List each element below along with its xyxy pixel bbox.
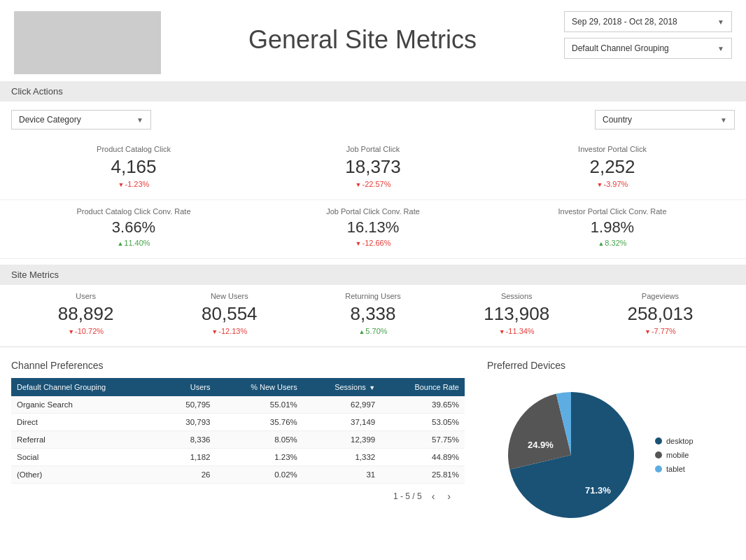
table-cell: 1,182 <box>162 449 216 466</box>
metric-label: Returning Users <box>301 292 444 300</box>
metric-item: Users 88,892 ▼-10.72% <box>14 292 157 335</box>
metric-label: Product Catalog Click Conv. Rate <box>14 207 253 216</box>
legend-item-mobile: mobile <box>655 451 694 459</box>
site-metrics-section-header: Site Metrics <box>0 265 746 285</box>
metric-item: Investor Portal Click Conv. Rate 1.98% ▲… <box>493 207 732 247</box>
table-cell: 57.75% <box>381 431 465 449</box>
down-arrow-icon: ▼ <box>645 328 651 335</box>
metric-change: ▲11.40% <box>14 239 253 247</box>
metric-change: ▼-22.57% <box>253 180 493 188</box>
device-category-label: Device Category <box>19 115 81 125</box>
up-arrow-icon: ▲ <box>358 328 365 335</box>
metric-label: Investor Portal Click <box>493 145 732 153</box>
table-cell: 8.05% <box>216 431 302 449</box>
bottom-panels: Channel Preferences Default Channel Grou… <box>0 353 746 539</box>
metric-change: ▲5.70% <box>301 327 444 335</box>
down-arrow-icon: ▼ <box>118 181 125 188</box>
header-controls: Sep 29, 2018 - Oct 28, 2018 ▼ Default Ch… <box>564 11 732 59</box>
down-arrow-icon: ▼ <box>499 328 505 335</box>
table-cell: 50,795 <box>162 396 216 414</box>
down-arrow-icon: ▼ <box>211 328 218 335</box>
table-cell: 26 <box>162 466 216 484</box>
table-cell: 62,997 <box>303 396 381 414</box>
country-dropdown-arrow: ▼ <box>720 116 727 124</box>
metric-change: ▼-1.23% <box>14 180 253 188</box>
down-arrow-icon: ▼ <box>68 328 74 335</box>
country-label: Country <box>603 115 632 125</box>
date-range-dropdown[interactable]: Sep 29, 2018 - Oct 28, 2018 ▼ <box>564 11 732 32</box>
table-cell: 31 <box>303 466 381 484</box>
table-cell: Referral <box>11 431 162 449</box>
table-cell: 25.81% <box>381 466 465 484</box>
date-range-label: Sep 29, 2018 - Oct 28, 2018 <box>572 17 677 27</box>
table-cell: 1.23% <box>216 449 302 466</box>
metric-change: ▲8.32% <box>493 239 732 247</box>
metric-label: Sessions <box>445 292 589 300</box>
up-arrow-icon: ▲ <box>117 240 123 247</box>
table-cell: 30,793 <box>162 414 216 431</box>
metric-label: Investor Portal Click Conv. Rate <box>493 207 732 216</box>
table-row: (Other)260.02%3125.81% <box>11 466 465 484</box>
metric-value: 8,338 <box>301 303 444 325</box>
sort-icon[interactable]: ▼ <box>367 384 375 391</box>
table-column-header: % New Users <box>216 378 302 396</box>
table-row: Organic Search50,79555.01%62,99739.65% <box>11 396 465 414</box>
metric-label: Job Portal Click Conv. Rate <box>253 207 493 216</box>
metric-value: 2,252 <box>493 156 732 178</box>
date-range-arrow: ▼ <box>717 18 724 26</box>
table-row: Direct30,79335.76%37,14953.05% <box>11 414 465 431</box>
devices-legend: desktopmobiletablet <box>655 437 694 473</box>
table-cell: (Other) <box>11 466 162 484</box>
table-cell: 55.01% <box>216 396 302 414</box>
preferred-devices-title: Preferred Devices <box>487 360 735 371</box>
channel-table: Default Channel GroupingUsers% New Users… <box>11 378 465 484</box>
down-arrow-icon: ▼ <box>597 181 603 188</box>
table-cell: 1,332 <box>303 449 381 466</box>
table-cell: 44.89% <box>381 449 465 466</box>
country-dropdown[interactable]: Country ▼ <box>595 110 735 130</box>
metric-item: Product Catalog Click Conv. Rate 3.66% ▲… <box>14 207 253 247</box>
device-dropdown-arrow: ▼ <box>136 116 143 124</box>
metric-change: ▼-12.66% <box>253 239 493 247</box>
device-category-dropdown[interactable]: Device Category ▼ <box>11 110 151 130</box>
channel-grouping-arrow: ▼ <box>717 45 724 52</box>
legend-label-desktop: desktop <box>666 437 694 445</box>
channel-grouping-label: Default Channel Grouping <box>572 43 669 53</box>
next-page-button[interactable]: › <box>444 489 453 503</box>
metric-value: 3.66% <box>14 218 253 237</box>
metric-value: 88,892 <box>14 303 157 325</box>
pie-label-desktop: 71.3% <box>585 485 611 496</box>
channel-preferences-title: Channel Preferences <box>11 360 465 371</box>
prev-page-button[interactable]: ‹ <box>429 489 438 503</box>
legend-dot-tablet <box>655 465 662 472</box>
legend-label-mobile: mobile <box>666 451 689 459</box>
metric-item: Job Portal Click Conv. Rate 16.13% ▼-12.… <box>253 207 493 247</box>
page-title: General Site Metrics <box>175 11 550 55</box>
click-metrics-row-2: Product Catalog Click Conv. Rate 3.66% ▲… <box>0 200 746 259</box>
channel-grouping-dropdown[interactable]: Default Channel Grouping ▼ <box>564 38 732 59</box>
table-column-header[interactable]: Sessions ▼ <box>303 378 381 396</box>
metric-label: Users <box>14 292 157 300</box>
table-cell: 35.76% <box>216 414 302 431</box>
table-column-header: Bounce Rate <box>381 378 465 396</box>
metric-item: New Users 80,554 ▼-12.13% <box>157 292 301 335</box>
metric-change: ▼-10.72% <box>14 327 157 335</box>
metric-value: 16.13% <box>253 218 493 237</box>
metric-label: Pageviews <box>589 292 732 300</box>
pie-label-mobile: 24.9% <box>528 440 554 450</box>
legend-dot-mobile <box>655 451 662 458</box>
click-actions-section-header: Click Actions <box>0 81 746 102</box>
down-arrow-icon: ▼ <box>356 181 362 188</box>
metric-change: ▼-11.34% <box>445 327 589 335</box>
metric-label: Job Portal Click <box>253 145 493 153</box>
pie-chart: 71.3%24.9% <box>501 385 641 525</box>
table-column-header: Default Channel Grouping <box>11 378 162 396</box>
metric-item: Sessions 113,908 ▼-11.34% <box>445 292 589 335</box>
metric-item: Returning Users 8,338 ▲5.70% <box>301 292 444 335</box>
table-cell: 12,399 <box>303 431 381 449</box>
table-cell: Organic Search <box>11 396 162 414</box>
legend-label-tablet: tablet <box>666 465 685 473</box>
metric-label: New Users <box>157 292 301 300</box>
down-arrow-icon: ▼ <box>356 240 362 247</box>
table-cell: 39.65% <box>381 396 465 414</box>
